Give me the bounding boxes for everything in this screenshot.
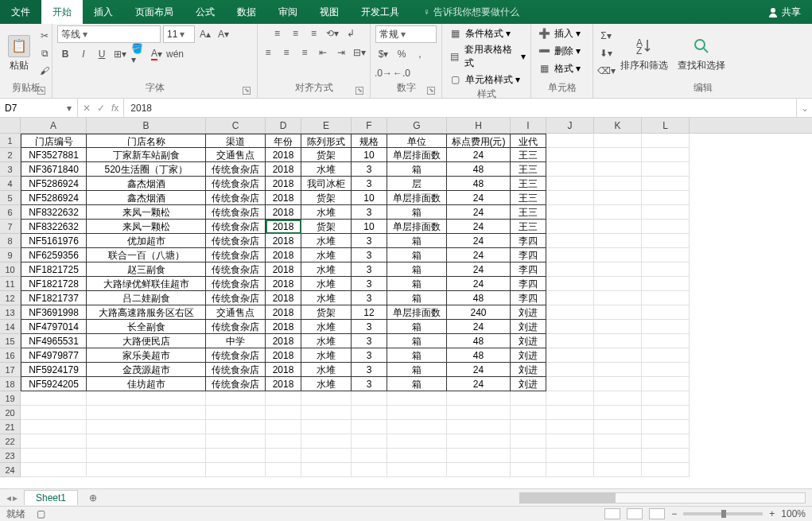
cell[interactable]	[301, 406, 352, 420]
cell[interactable]	[546, 320, 594, 334]
cell[interactable]: 我司冰柜	[301, 177, 352, 191]
cell[interactable]: 单层排面数	[387, 220, 447, 234]
column-header[interactable]: L	[642, 118, 690, 133]
cell[interactable]: 货架	[301, 305, 352, 320]
tab-home[interactable]: 开始	[41, 0, 83, 24]
cell[interactable]: 门店名称	[87, 134, 206, 148]
cell[interactable]: 水堆	[301, 334, 352, 348]
cell[interactable]	[546, 406, 594, 420]
cell[interactable]: 刘进	[511, 334, 546, 348]
cell[interactable]: 李四	[511, 262, 546, 277]
cell[interactable]: 48	[447, 162, 511, 177]
cell[interactable]	[594, 177, 642, 191]
cell[interactable]	[642, 377, 690, 391]
decrease-font-icon[interactable]: A▾	[216, 26, 231, 42]
cell[interactable]	[21, 391, 87, 406]
bold-icon[interactable]: B	[57, 46, 73, 62]
cell[interactable]: 24	[447, 320, 511, 334]
cell[interactable]: 2018	[266, 291, 301, 305]
cell[interactable]: 李四	[511, 248, 546, 262]
column-header[interactable]: E	[301, 118, 352, 133]
row-header[interactable]: 22	[0, 434, 21, 449]
cell[interactable]	[642, 277, 690, 291]
sheet-nav-prev-icon[interactable]: ◂	[6, 492, 11, 504]
cell[interactable]	[546, 191, 594, 205]
cell[interactable]: 传统食杂店	[206, 205, 266, 220]
tab-file[interactable]: 文件	[0, 0, 41, 24]
cell[interactable]: 门店编号	[21, 134, 87, 148]
cell[interactable]	[594, 248, 642, 262]
cell[interactable]	[301, 449, 352, 463]
cell[interactable]: 传统食杂店	[206, 220, 266, 234]
column-header[interactable]: K	[594, 118, 642, 133]
cell[interactable]	[642, 234, 690, 248]
cell[interactable]: 李四	[511, 291, 546, 305]
zoom-out-icon[interactable]: −	[671, 508, 677, 519]
column-header[interactable]: J	[546, 118, 594, 133]
row-header[interactable]: 21	[0, 420, 21, 434]
row-header[interactable]: 15	[0, 334, 21, 348]
cell[interactable]: 10	[352, 220, 387, 234]
row-header[interactable]: 12	[0, 291, 21, 305]
currency-icon[interactable]: $▾	[375, 46, 391, 62]
cell[interactable]: 刘进	[511, 348, 546, 363]
cell[interactable]: NF3691998	[21, 305, 87, 320]
cell[interactable]	[206, 449, 266, 463]
tab-review[interactable]: 审阅	[267, 0, 309, 24]
cell[interactable]	[352, 420, 387, 434]
cell[interactable]	[511, 434, 546, 449]
tab-layout[interactable]: 页面布局	[124, 0, 185, 24]
cell[interactable]: 箱	[387, 348, 447, 363]
cell[interactable]: 单层排面数	[387, 191, 447, 205]
cell[interactable]: 箱	[387, 205, 447, 220]
cell[interactable]	[594, 291, 642, 305]
row-header[interactable]: 4	[0, 177, 21, 191]
cell[interactable]: 丁家新车站副食	[87, 148, 206, 162]
cell[interactable]	[301, 420, 352, 434]
cell[interactable]: NF5286924	[21, 177, 87, 191]
cell[interactable]: 家乐美超市	[87, 348, 206, 363]
cell[interactable]: 刘进	[511, 363, 546, 377]
dialog-launcher-icon[interactable]: ⬊	[355, 87, 363, 95]
cell[interactable]	[87, 463, 206, 477]
cell[interactable]: 水堆	[301, 277, 352, 291]
cell[interactable]	[87, 420, 206, 434]
font-color-icon[interactable]: A▾	[149, 46, 165, 62]
column-header[interactable]: C	[206, 118, 266, 133]
underline-icon[interactable]: U	[94, 46, 110, 62]
cell[interactable]: 来凤一颗松	[87, 220, 206, 234]
tab-insert[interactable]: 插入	[83, 0, 124, 24]
decrease-decimal-icon[interactable]: ←.0	[394, 65, 410, 81]
cell[interactable]: 3	[352, 234, 387, 248]
row-header[interactable]: 7	[0, 220, 21, 234]
column-header[interactable]: G	[387, 118, 447, 133]
cell[interactable]	[642, 148, 690, 162]
phonetic-icon[interactable]: wén	[167, 46, 183, 62]
cell[interactable]	[546, 262, 594, 277]
cell[interactable]	[594, 406, 642, 420]
dialog-launcher-icon[interactable]: ⬊	[427, 87, 435, 95]
cell[interactable]	[594, 449, 642, 463]
cell[interactable]: 传统食杂店	[206, 177, 266, 191]
cell[interactable]: 货架	[301, 220, 352, 234]
tab-dev[interactable]: 开发工具	[350, 0, 410, 24]
cell[interactable]	[87, 391, 206, 406]
cell[interactable]	[642, 262, 690, 277]
cell[interactable]	[511, 420, 546, 434]
cell[interactable]: 传统食杂店	[206, 348, 266, 363]
cell[interactable]: 箱	[387, 291, 447, 305]
cell[interactable]: 传统食杂店	[206, 363, 266, 377]
cell[interactable]: 水堆	[301, 162, 352, 177]
tab-formulas[interactable]: 公式	[185, 0, 226, 24]
cell[interactable]	[594, 420, 642, 434]
cell[interactable]: 年份	[266, 134, 301, 148]
format-painter-icon[interactable]: 🖌	[37, 63, 52, 79]
cell[interactable]	[266, 406, 301, 420]
cell[interactable]: 24	[447, 248, 511, 262]
cell[interactable]	[206, 406, 266, 420]
cell[interactable]: 2018	[266, 148, 301, 162]
cell[interactable]	[447, 449, 511, 463]
cell[interactable]: NF8322632	[21, 220, 87, 234]
font-name-select[interactable]: 等线▾	[57, 25, 161, 43]
cell[interactable]: 2018	[266, 334, 301, 348]
